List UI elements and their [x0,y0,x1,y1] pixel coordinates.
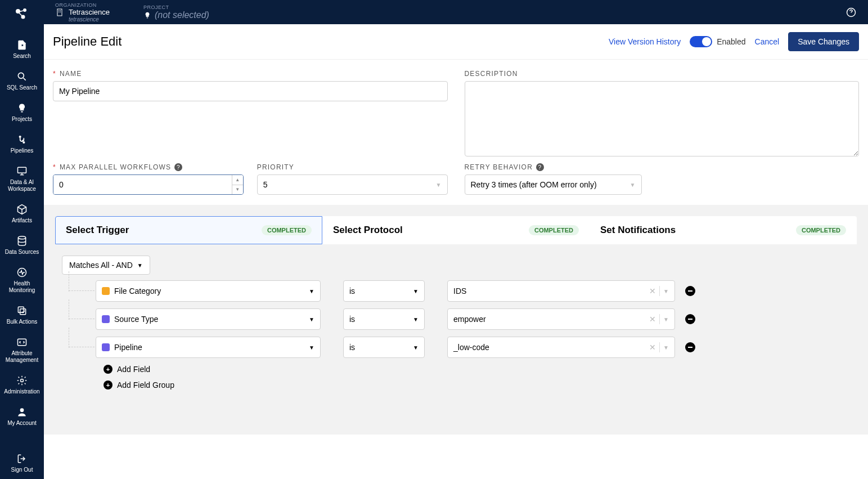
chevron-down-icon: ▼ [309,288,314,294]
help-icon[interactable]: ? [174,163,182,171]
field-chip [102,287,110,295]
retry-select[interactable]: Retry 3 times (after OOM error only) ▼ [465,174,642,195]
stepper-down[interactable]: ▼ [232,185,243,195]
condition-row: Source Type ▼ is ▼ empower ✕ ▼ [62,308,850,330]
svg-point-7 [18,73,24,78]
sidebar-item-artifacts[interactable]: Artifacts [0,198,44,230]
enabled-toggle[interactable] [690,36,712,47]
sidebar-item-workspace[interactable]: Data & AI Workspace [0,160,44,198]
sidebar-item-bulk-actions[interactable]: Bulk Actions [0,299,44,331]
chevron-down-icon[interactable]: ▼ [663,344,669,351]
clear-icon[interactable]: ✕ [649,315,656,324]
sidebar-item-projects[interactable]: Projects [0,97,44,128]
max-parallel-input[interactable]: ▲ ▼ [53,174,244,195]
sidebar-item-pipelines[interactable]: Pipelines [0,128,44,160]
sidebar: Search SQL Search Projects Pipelines Dat… [0,0,44,479]
sidebar-item-administration[interactable]: Administration [0,369,44,401]
svg-rect-25 [60,11,61,12]
stepper-up[interactable]: ▲ [232,175,243,185]
condition-row: File Category ▼ is ▼ IDS ✕ ▼ [62,280,850,302]
chevron-down-icon[interactable]: ▼ [663,288,669,294]
condition-operator-select[interactable]: is ▼ [343,280,425,302]
svg-rect-28 [688,319,692,320]
condition-value-select[interactable]: empower ✕ ▼ [447,308,675,330]
priority-label: PRIORITY [257,163,448,171]
database-icon [16,235,28,247]
add-field-button[interactable]: + Add Field [62,365,850,374]
sidebar-item-signout[interactable]: Sign Out [0,447,44,479]
topbar: ORGANIZATION Tetrascience tetrascience P… [44,0,868,24]
description-input[interactable] [465,81,860,156]
priority-select[interactable]: 5 ▼ [257,174,448,195]
help-button[interactable] [845,7,857,18]
sidebar-item-label: Artifacts [12,217,32,224]
tab-select-protocol[interactable]: Select Protocol COMPLETED [322,216,590,244]
plus-icon: + [104,365,113,374]
status-badge: COMPLETED [796,225,846,235]
field-chip [102,315,110,323]
field-chip [102,343,110,351]
sidebar-item-health[interactable]: Health Monitoring [0,261,44,299]
code-icon [16,337,28,348]
name-input[interactable] [53,81,448,101]
chevron-down-icon: ▼ [309,316,314,323]
sidebar-item-sql-search[interactable]: SQL Search [0,65,44,97]
condition-field-select[interactable]: Pipeline ▼ [96,337,321,358]
cube-icon [16,204,28,215]
svg-rect-27 [688,290,692,292]
svg-point-1 [23,8,26,12]
sidebar-item-label: Data & AI Workspace [2,179,42,193]
condition-value-select[interactable]: IDS ✕ ▼ [447,280,675,302]
tab-set-notifications[interactable]: Set Notifications COMPLETED [590,216,857,244]
svg-point-19 [21,379,24,382]
sidebar-item-label: Projects [12,116,32,123]
max-parallel-label: MAX PARALLEL WORKFLOWS ? [53,163,244,171]
sidebar-item-label: Bulk Actions [7,319,37,325]
cancel-button[interactable]: Cancel [755,37,780,46]
sidebar-item-label: Sign Out [11,467,33,473]
remove-condition-button[interactable] [685,286,695,296]
sidebar-item-search[interactable]: Search [0,34,44,65]
chevron-down-icon[interactable]: ▼ [663,316,669,323]
help-icon[interactable]: ? [536,163,544,171]
clear-icon[interactable]: ✕ [649,343,656,352]
clear-icon[interactable]: ✕ [649,286,656,296]
condition-operator-select[interactable]: is ▼ [343,308,425,330]
bulk-icon [16,305,28,316]
sidebar-item-label: Administration [4,388,39,395]
save-button[interactable]: Save Changes [788,32,859,51]
svg-rect-29 [688,347,692,348]
org-sub: tetrascience [69,16,110,23]
chevron-down-icon: ▼ [413,344,419,351]
svg-rect-16 [18,307,24,312]
remove-condition-button[interactable] [685,314,695,324]
project-selector[interactable]: (not selected) [143,10,209,20]
sidebar-item-label: Pipelines [11,147,34,154]
add-field-group-button[interactable]: + Add Field Group [62,380,850,390]
app-logo[interactable] [14,6,30,23]
condition-operator-select[interactable]: is ▼ [343,337,425,358]
tab-select-trigger[interactable]: Select Trigger COMPLETED [55,216,322,244]
sidebar-item-my-account[interactable]: My Account [0,401,44,432]
sidebar-item-attribute-mgmt[interactable]: Attribute Management [0,331,44,369]
pipeline-icon [16,134,28,145]
svg-rect-22 [59,10,59,11]
condition-value-select[interactable]: _low-code ✕ ▼ [447,337,675,358]
remove-condition-button[interactable] [685,342,695,352]
condition-field-select[interactable]: File Category ▼ [96,280,321,302]
org-name[interactable]: Tetrascience [69,8,110,16]
project-label: PROJECT [143,5,209,10]
name-label: NAME [53,70,448,78]
sidebar-item-data-sources[interactable]: Data Sources [0,230,44,261]
view-history-link[interactable]: View Version History [609,37,681,46]
condition-field-select[interactable]: Source Type ▼ [96,308,321,330]
page-header: Pipeline Edit View Version History Enabl… [44,24,868,60]
building-icon [55,8,64,17]
svg-rect-23 [60,10,61,11]
page-title: Pipeline Edit [53,34,122,49]
svg-rect-24 [59,11,59,12]
match-mode-select[interactable]: Matches All - AND ▼ [62,256,150,275]
sidebar-item-label: Search [13,53,31,60]
svg-rect-17 [20,309,26,315]
chevron-down-icon: ▼ [309,344,314,351]
